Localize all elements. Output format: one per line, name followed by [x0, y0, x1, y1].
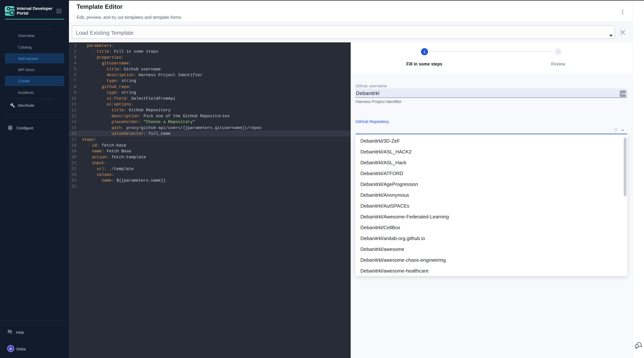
svg-text:?: ? — [9, 330, 10, 333]
